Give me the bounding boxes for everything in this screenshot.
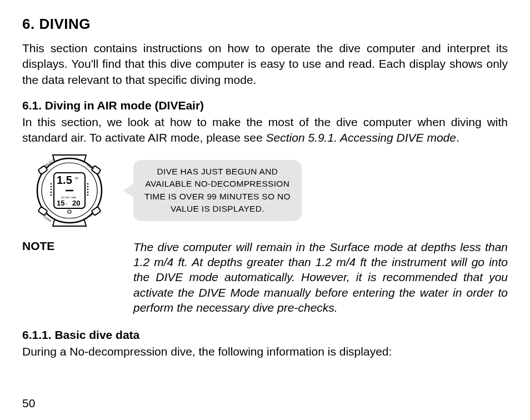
subsection-6-1-heading: 6.1. Diving in AIR mode (DIVEair) (22, 99, 508, 112)
svg-point-9 (51, 188, 52, 190)
callout-line: TIME IS OVER 99 MINUTES SO NO (144, 191, 291, 203)
callout-bubble: DIVE HAS JUST BEGUN AND AVAILABLE NO-DEC… (133, 160, 302, 221)
figure-row: SELECT MODE DOWN UP 1.5 m NO DEC TI (22, 152, 508, 229)
svg-point-10 (51, 191, 52, 193)
subsection-6-1-text: In this section, we look at how to make … (22, 114, 508, 146)
svg-point-13 (87, 186, 89, 187)
svg-point-16 (87, 194, 89, 196)
note-text: The dive computer will remain in the Sur… (133, 239, 508, 315)
svg-point-7 (51, 183, 52, 184)
cross-reference: Section 5.9.1. Accessing DIVE mode (266, 131, 456, 144)
watch-bottom-right: 20 (72, 199, 80, 207)
svg-text:°: ° (66, 203, 67, 206)
svg-point-14 (87, 188, 89, 190)
note-label: NOTE (22, 239, 133, 315)
subsection-6-1-1-heading: 6.1.1. Basic dive data (22, 328, 508, 342)
watch-illustration: SELECT MODE DOWN UP 1.5 m NO DEC TI (22, 152, 117, 229)
svg-point-12 (87, 183, 89, 184)
watch-bottom-left: 15 (57, 199, 64, 207)
watch-top-unit: m (75, 176, 78, 180)
svg-point-15 (87, 191, 89, 193)
watch-top-value: 1.5 (57, 174, 72, 186)
document-page: 6. DIVING This section contains instruct… (0, 0, 530, 420)
subsection-6-1-1-text: During a No-decompression dive, the foll… (22, 344, 508, 359)
svg-point-11 (51, 194, 52, 196)
text-run: . (456, 131, 459, 144)
callout-tail (123, 184, 133, 197)
intro-paragraph: This section contains instructions on ho… (22, 41, 508, 88)
page-number: 50 (22, 397, 35, 410)
callout-line: AVAILABLE NO-DECOMPRESSION (144, 178, 291, 190)
note-block: NOTE The dive computer will remain in th… (22, 239, 508, 315)
callout-line: VALUE IS DISPLAYED. (144, 203, 291, 215)
svg-point-8 (51, 186, 52, 187)
section-heading: 6. DIVING (22, 16, 508, 33)
callout-line: DIVE HAS JUST BEGUN AND (144, 166, 291, 178)
